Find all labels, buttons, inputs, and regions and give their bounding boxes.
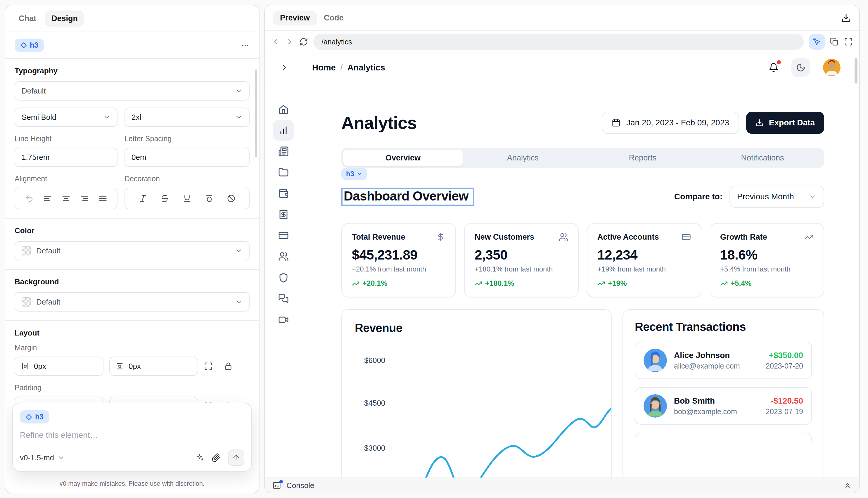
- transaction-row[interactable]: Bob Smith bob@example.com -$120.50 2023-…: [635, 387, 812, 425]
- trending-up-icon: [352, 280, 359, 287]
- export-data-button[interactable]: Export Data: [746, 112, 824, 134]
- paperclip-icon[interactable]: [212, 453, 221, 462]
- newspaper-icon[interactable]: [273, 141, 294, 162]
- font-weight-select[interactable]: Semi Bold: [15, 107, 118, 127]
- messages-icon[interactable]: [273, 288, 294, 309]
- send-button[interactable]: [228, 449, 244, 466]
- selected-heading[interactable]: Dashboard Overview: [341, 188, 474, 206]
- tab-preview[interactable]: Preview: [273, 11, 317, 25]
- avatar: [644, 349, 667, 372]
- align-center-icon[interactable]: [62, 194, 70, 203]
- refresh-icon[interactable]: [299, 37, 308, 46]
- forward-icon[interactable]: [285, 37, 294, 46]
- font-size-select[interactable]: 2xl: [124, 107, 250, 127]
- transactions-title: Recent Transactions: [635, 320, 812, 333]
- decoration-group: [124, 188, 250, 209]
- align-right-icon[interactable]: [80, 194, 89, 203]
- url-input[interactable]: /analytics: [313, 34, 804, 50]
- users-icon[interactable]: [273, 246, 294, 267]
- wallet-icon[interactable]: [273, 183, 294, 204]
- color-section: Color Default: [5, 219, 259, 270]
- align-left-icon[interactable]: [43, 194, 52, 203]
- credit-card-icon[interactable]: [273, 225, 294, 246]
- typography-label: Typography: [15, 66, 250, 75]
- cursor-sparkle-icon[interactable]: [809, 34, 825, 50]
- line-height-label: Line Height: [15, 134, 118, 143]
- console-label: Console: [286, 481, 314, 490]
- letter-spacing-input[interactable]: 0em: [124, 148, 250, 167]
- line-height-input[interactable]: 1.75rem: [15, 148, 118, 167]
- stat-card-growth-rate: Growth Rate 18.6% +5.4% from last month …: [710, 223, 824, 298]
- receipt-icon[interactable]: [273, 204, 294, 225]
- disclaimer-text: v0 may make mistakes. Please use with di…: [5, 480, 259, 487]
- compare-label: Compare to:: [674, 192, 722, 201]
- video-icon[interactable]: [273, 309, 294, 330]
- diamond-icon: [21, 42, 27, 49]
- dashboard-tabs: Overview Analytics Reports Notifications: [341, 148, 824, 168]
- margin-y-input[interactable]: 0px: [109, 356, 198, 376]
- fullscreen-icon[interactable]: [844, 37, 853, 46]
- home-icon[interactable]: [273, 99, 294, 120]
- back-icon[interactable]: [271, 37, 280, 46]
- typography-section: Typography Default Semi Bold 2xl Line He…: [5, 59, 259, 219]
- tab-chat[interactable]: Chat: [12, 11, 43, 27]
- tab-reports[interactable]: Reports: [583, 149, 702, 166]
- model-selector[interactable]: v0-1.5-md: [20, 453, 65, 462]
- background-select[interactable]: Default: [15, 292, 250, 312]
- element-chip[interactable]: h3: [15, 39, 44, 52]
- breadcrumb-separator: /: [341, 63, 343, 73]
- margin-expand-icon[interactable]: [204, 362, 218, 370]
- compare-select[interactable]: Previous Month: [729, 186, 824, 208]
- user-avatar[interactable]: [823, 59, 841, 76]
- transaction-row-partial: [635, 433, 812, 441]
- preview-scrollbar[interactable]: [855, 58, 857, 83]
- bar-chart-icon[interactable]: [273, 120, 294, 141]
- sparkles-icon[interactable]: [195, 453, 205, 462]
- preview-header: Preview Code: [265, 5, 859, 31]
- moon-icon[interactable]: [791, 58, 810, 77]
- strikethrough-icon[interactable]: [160, 194, 169, 203]
- preview-panel: Preview Code /analytics Home / Analytics: [264, 5, 860, 493]
- dashboard-main: Analytics Jan 20, 2023 - Feb 09, 2023 Ex…: [302, 82, 859, 493]
- none-decoration-icon[interactable]: [227, 194, 236, 203]
- composer-input[interactable]: Refine this element…: [20, 431, 244, 440]
- bell-icon[interactable]: [768, 63, 779, 73]
- console-bar[interactable]: Console: [265, 477, 859, 493]
- underline-icon[interactable]: [183, 194, 192, 203]
- tab-notifications[interactable]: Notifications: [702, 149, 823, 166]
- margin-x-input[interactable]: 0px: [15, 356, 104, 376]
- date-range-picker[interactable]: Jan 20, 2023 - Feb 09, 2023: [602, 112, 739, 134]
- composer-element-chip[interactable]: h3: [20, 410, 49, 423]
- breadcrumb-home[interactable]: Home: [312, 63, 336, 73]
- download-icon[interactable]: [841, 13, 851, 23]
- shield-icon[interactable]: [273, 267, 294, 288]
- transaction-amount: -$120.50: [766, 396, 803, 406]
- margin-vertical-icon: [116, 362, 124, 370]
- letter-spacing-label: Letter Spacing: [124, 134, 250, 143]
- undo-icon[interactable]: [25, 194, 34, 203]
- arrow-up-icon: [232, 454, 240, 462]
- folder-icon[interactable]: [273, 162, 294, 183]
- tab-design[interactable]: Design: [45, 11, 84, 27]
- tab-analytics[interactable]: Analytics: [463, 149, 583, 166]
- margin-lock-icon[interactable]: [224, 362, 238, 370]
- chevron-down-icon: [235, 114, 242, 121]
- app-topbar: Home / Analytics: [265, 53, 859, 82]
- decoration-label: Decoration: [124, 174, 250, 183]
- color-select[interactable]: Default: [15, 241, 250, 260]
- design-panel-scrollbar[interactable]: [255, 69, 257, 157]
- overline-icon[interactable]: [205, 194, 214, 203]
- transaction-row[interactable]: Alice Johnson alice@example.com +$350.00…: [635, 342, 812, 379]
- tab-code[interactable]: Code: [317, 11, 351, 25]
- chevrons-up-icon[interactable]: [843, 481, 852, 489]
- ellipsis-icon[interactable]: [241, 41, 250, 50]
- copy-icon[interactable]: [830, 37, 839, 46]
- align-justify-icon[interactable]: [98, 194, 107, 203]
- italic-icon[interactable]: [139, 194, 147, 203]
- font-family-select[interactable]: Default: [15, 81, 250, 101]
- design-panel-header: Chat Design: [5, 5, 259, 32]
- element-tag-chip[interactable]: h3: [341, 168, 367, 180]
- tab-overview[interactable]: Overview: [343, 149, 463, 166]
- browser-toolbar: /analytics: [265, 31, 859, 53]
- panel-open-icon[interactable]: [280, 63, 289, 72]
